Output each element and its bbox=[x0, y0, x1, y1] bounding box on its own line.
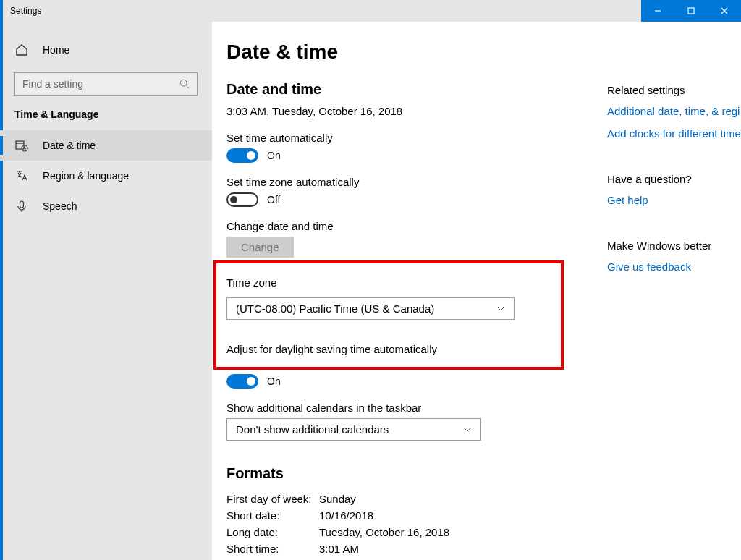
svg-rect-1 bbox=[688, 8, 694, 14]
formats-table: First day of week:Sunday Short date:10/1… bbox=[226, 491, 603, 560]
window-title: Settings bbox=[10, 6, 41, 16]
sidebar-item-label: Region & language bbox=[43, 170, 129, 182]
additional-calendars-label: Show additional calendars in the taskbar bbox=[226, 402, 603, 414]
table-row: Long time:3:01:44 AM bbox=[226, 557, 603, 560]
change-datetime-label: Change date and time bbox=[226, 220, 603, 232]
microphone-icon bbox=[15, 200, 28, 213]
nav-home[interactable]: Home bbox=[0, 39, 212, 61]
dst-state: On bbox=[267, 376, 281, 387]
maximize-button[interactable] bbox=[674, 0, 708, 22]
table-row: Long date:Tuesday, October 16, 2018 bbox=[226, 524, 603, 540]
sidebar-item-date-time[interactable]: Date & time bbox=[0, 130, 212, 161]
svg-line-10 bbox=[25, 148, 26, 149]
sidebar: Home Find a setting Time & Language Date… bbox=[0, 22, 212, 560]
table-row: First day of week:Sunday bbox=[226, 491, 603, 507]
sidebar-item-region-language[interactable]: Region & language bbox=[0, 161, 212, 191]
window-controls bbox=[641, 0, 741, 22]
set-zone-auto-label: Set time zone automatically bbox=[226, 176, 603, 188]
chevron-down-icon bbox=[496, 305, 505, 313]
sidebar-item-label: Date & time bbox=[43, 140, 96, 151]
page-title: Date & time bbox=[226, 41, 603, 64]
dst-toggle[interactable] bbox=[226, 374, 258, 389]
set-time-auto-label: Set time automatically bbox=[226, 132, 603, 144]
feedback-heading: Make Windows better bbox=[607, 239, 740, 252]
search-icon bbox=[179, 79, 190, 89]
main-content: Date & time Date and time 3:03 AM, Tuesd… bbox=[212, 22, 741, 560]
current-datetime: 3:03 AM, Tuesday, October 16, 2018 bbox=[226, 105, 603, 117]
svg-rect-6 bbox=[16, 141, 24, 149]
timezone-highlight: Time zone (UTC-08:00) Pacific Time (US &… bbox=[213, 260, 564, 370]
question-heading: Have a question? bbox=[607, 173, 740, 185]
right-column: Related settings Additional date, time, … bbox=[603, 41, 740, 560]
change-button: Change bbox=[226, 237, 294, 258]
search-placeholder: Find a setting bbox=[22, 78, 83, 90]
formats-heading: Formats bbox=[226, 465, 603, 482]
table-row: Short time:3:01 AM bbox=[226, 540, 603, 557]
timezone-dropdown[interactable]: (UTC-08:00) Pacific Time (US & Canada) bbox=[226, 297, 515, 320]
sidebar-section-title: Time & Language bbox=[0, 109, 212, 130]
timezone-selected: (UTC-08:00) Pacific Time (US & Canada) bbox=[236, 302, 434, 315]
set-time-auto-toggle[interactable] bbox=[226, 148, 258, 163]
sidebar-item-label: Speech bbox=[43, 200, 77, 212]
related-settings-heading: Related settings bbox=[607, 84, 740, 96]
svg-line-5 bbox=[186, 85, 189, 88]
close-button[interactable] bbox=[708, 0, 741, 22]
additional-calendars-selected: Don't show additional calendars bbox=[236, 423, 389, 436]
link-additional-date-time[interactable]: Additional date, time, & regional settin… bbox=[607, 105, 740, 117]
close-icon bbox=[721, 7, 728, 14]
titlebar: Settings bbox=[0, 0, 741, 22]
window-accent-border bbox=[0, 0, 3, 560]
additional-calendars-dropdown[interactable]: Don't show additional calendars bbox=[226, 418, 481, 441]
chevron-down-icon bbox=[463, 425, 472, 434]
minimize-icon bbox=[654, 7, 661, 14]
link-add-clocks[interactable]: Add clocks for different time zones bbox=[607, 127, 740, 140]
link-give-feedback[interactable]: Give us feedback bbox=[607, 260, 740, 273]
link-get-help[interactable]: Get help bbox=[607, 194, 740, 206]
svg-point-4 bbox=[180, 80, 187, 86]
table-row: Short date:10/16/2018 bbox=[226, 507, 603, 524]
home-icon bbox=[15, 43, 28, 56]
language-icon bbox=[15, 169, 28, 182]
maximize-icon bbox=[687, 7, 695, 14]
set-zone-auto-toggle[interactable] bbox=[226, 192, 258, 207]
svg-rect-11 bbox=[20, 201, 24, 208]
nav-home-label: Home bbox=[43, 44, 69, 56]
dst-label: Adjust for daylight saving time automati… bbox=[226, 343, 551, 355]
date-and-time-heading: Date and time bbox=[226, 81, 603, 98]
set-zone-auto-state: Off bbox=[267, 194, 280, 205]
set-time-auto-state: On bbox=[267, 150, 281, 161]
calendar-clock-icon bbox=[15, 139, 28, 152]
timezone-heading: Time zone bbox=[226, 276, 551, 289]
search-input[interactable]: Find a setting bbox=[14, 72, 198, 96]
sidebar-item-speech[interactable]: Speech bbox=[0, 191, 212, 221]
minimize-button[interactable] bbox=[641, 0, 674, 22]
